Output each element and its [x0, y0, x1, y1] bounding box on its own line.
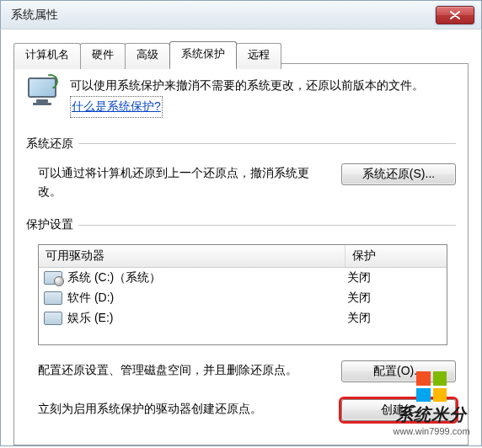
system-restore-button[interactable]: 系统还原(S)... — [341, 163, 456, 185]
close-button[interactable] — [436, 6, 474, 24]
drive-row[interactable]: 娱乐 (E:) 关闭 — [39, 308, 447, 328]
intro-text: 可以使用系统保护来撤消不需要的系统更改，还原以前版本的文件。 什么是系统保护? — [70, 76, 456, 118]
intro-desc: 可以使用系统保护来撤消不需要的系统更改，还原以前版本的文件。 — [70, 78, 424, 92]
create-desc: 立刻为启用系统保护的驱动器创建还原点。 — [38, 399, 326, 418]
close-icon — [450, 11, 460, 19]
configure-block: 配置还原设置、管理磁盘空间，并且删除还原点。 配置(O)... — [26, 360, 456, 382]
protection-heading-label: 保护设置 — [26, 217, 73, 232]
system-protection-icon — [26, 76, 60, 109]
drive-list-header: 可用驱动器 保护 — [39, 245, 447, 268]
drive-row[interactable]: 软件 (D:) 关闭 — [39, 288, 447, 308]
drive-icon — [44, 271, 62, 285]
tab-system-protection[interactable]: 系统保护 — [169, 41, 237, 67]
create-button[interactable]: 创建(C — [341, 399, 456, 421]
drive-icon — [44, 312, 62, 325]
col-protection[interactable]: 保护 — [345, 245, 447, 267]
dialog-body: 计算机名 硬件 高级 系统保护 远程 可以使用系统保护来撤消不需要的系统更改，还… — [0, 29, 482, 446]
drive-label: 娱乐 (E:) — [67, 311, 347, 326]
titlebar: 系统属性 — [0, 0, 482, 29]
drive-row[interactable]: 系统 (C:)（系统） 关闭 — [39, 268, 447, 288]
drive-list[interactable]: 可用驱动器 保护 系统 (C:)（系统） 关闭 软件 (D:) 关闭 娱乐 (E… — [38, 244, 447, 345]
configure-button[interactable]: 配置(O)... — [341, 360, 456, 382]
intro-row: 可以使用系统保护来撤消不需要的系统更改，还原以前版本的文件。 什么是系统保护? — [26, 76, 456, 118]
drive-status: 关闭 — [347, 291, 442, 306]
restore-block: 可以通过将计算机还原到上一个还原点，撤消系统更改。 系统还原(S)... — [26, 163, 456, 201]
tab-advanced[interactable]: 高级 — [125, 43, 170, 69]
tab-computer-name[interactable]: 计算机名 — [13, 43, 81, 69]
drive-icon — [44, 291, 62, 305]
tabstrip: 计算机名 硬件 高级 系统保护 远程 — [13, 41, 281, 67]
section-restore-heading: 系统还原 — [26, 136, 456, 152]
divider — [78, 225, 456, 226]
restore-heading-label: 系统还原 — [26, 136, 73, 152]
configure-desc: 配置还原设置、管理磁盘空间，并且删除还原点。 — [38, 360, 326, 379]
what-is-system-protection-link[interactable]: 什么是系统保护? — [70, 96, 163, 118]
create-block: 立刻为启用系统保护的驱动器创建还原点。 创建(C — [26, 399, 456, 421]
drive-label: 系统 (C:)（系统） — [67, 270, 347, 285]
drive-status: 关闭 — [347, 270, 442, 285]
drive-label: 软件 (D:) — [67, 291, 347, 306]
section-protection-heading: 保护设置 — [26, 217, 456, 232]
window-title: 系统属性 — [11, 8, 436, 23]
tab-panel-system-protection: 可以使用系统保护来撤消不需要的系统更改，还原以前版本的文件。 什么是系统保护? … — [13, 63, 469, 445]
divider — [78, 143, 456, 144]
tab-remote[interactable]: 远程 — [236, 43, 281, 69]
restore-desc: 可以通过将计算机还原到上一个还原点，撤消系统更改。 — [38, 163, 326, 201]
tab-hardware[interactable]: 硬件 — [80, 43, 126, 69]
drive-status: 关闭 — [347, 311, 442, 326]
col-available-drives[interactable]: 可用驱动器 — [39, 245, 345, 267]
